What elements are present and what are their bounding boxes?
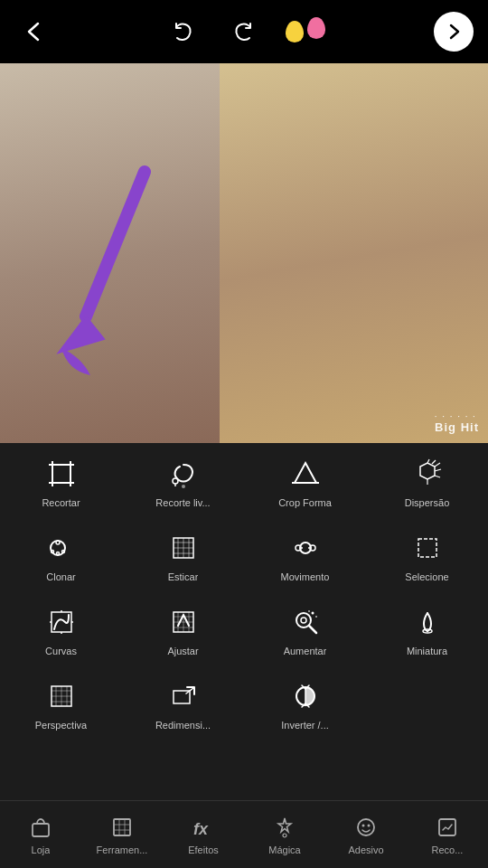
tool-perspectiva[interactable]: Perspectiva xyxy=(0,665,122,740)
tools-panel: Recortar Recorte liv... xyxy=(0,443,488,800)
tools-grid: Recortar Recorte liv... xyxy=(0,443,488,740)
svg-rect-0 xyxy=(52,465,70,483)
tool-label-curvas: Curvas xyxy=(45,646,77,656)
tool-miniatura[interactable]: Miniatura xyxy=(366,591,488,665)
curves-icon xyxy=(43,604,80,640)
tool-curvas[interactable]: Curvas xyxy=(0,591,122,665)
image-area: · · · · · · Big Hit xyxy=(0,63,488,452)
svg-line-18 xyxy=(435,476,440,477)
tool-label-recorte-livre: Recorte liv... xyxy=(155,497,210,508)
svg-point-81 xyxy=(368,825,371,827)
select-icon xyxy=(409,530,446,566)
fx-icon: fx xyxy=(190,814,217,841)
tool-crop-forma[interactable]: Crop Forma xyxy=(244,443,366,517)
nav-loja[interactable]: Loja xyxy=(0,808,81,861)
tool-label-recortar: Recortar xyxy=(42,497,80,508)
nav-ferramentas[interactable]: Ferramen... xyxy=(81,808,163,861)
perspective-icon xyxy=(43,678,80,714)
tool-label-inverter: Inverter /... xyxy=(281,720,329,731)
tool-label-esticar: Esticar xyxy=(168,571,199,582)
stretch-icon xyxy=(165,530,202,566)
sticker-icon xyxy=(352,814,380,841)
svg-point-57 xyxy=(308,610,310,612)
tool-label-aumentar: Aumentar xyxy=(284,646,327,656)
svg-point-9 xyxy=(173,478,178,484)
adjust-icon xyxy=(165,604,202,640)
nav-label-magica: Mágica xyxy=(268,844,300,855)
svg-point-78 xyxy=(283,834,286,837)
undo-button[interactable] xyxy=(163,12,202,52)
svg-line-17 xyxy=(435,469,441,471)
bag-icon xyxy=(27,814,54,841)
svg-point-23 xyxy=(56,541,60,544)
tool-redimensionar[interactable]: Redimensi... xyxy=(122,665,244,740)
tool-inverter[interactable]: Inverter /... xyxy=(244,665,366,740)
nav-recon[interactable]: Reco... xyxy=(407,808,488,861)
bottom-nav: Loja Ferramen... fx Efeitos xyxy=(0,800,488,868)
svg-rect-70 xyxy=(33,824,49,836)
nav-label-ferramentas: Ferramen... xyxy=(97,844,148,855)
svg-point-25 xyxy=(56,552,59,555)
balloon-pink xyxy=(307,17,325,39)
clone-icon xyxy=(43,530,80,566)
next-button[interactable] xyxy=(434,12,474,52)
top-bar xyxy=(0,0,488,63)
tool-aumentar[interactable]: Aumentar xyxy=(244,591,366,665)
balloon-icon xyxy=(286,21,325,42)
crop-icon xyxy=(43,456,80,492)
tool-label-crop-forma: Crop Forma xyxy=(278,497,332,508)
redo-button[interactable] xyxy=(224,12,264,52)
tool-label-ajustar: Ajustar xyxy=(167,646,198,656)
tool-label-clonar: Clonar xyxy=(46,571,75,582)
svg-line-53 xyxy=(309,626,316,633)
balloon-yellow xyxy=(286,21,304,42)
svg-line-19 xyxy=(427,459,429,463)
svg-rect-71 xyxy=(114,819,130,835)
tool-label-perspectiva: Perspectiva xyxy=(35,720,87,731)
svg-rect-39 xyxy=(418,539,436,557)
svg-point-79 xyxy=(358,819,374,835)
tool-clonar[interactable]: Clonar xyxy=(0,517,122,591)
magic-icon xyxy=(271,814,298,841)
tool-label-dispersao: Dispersão xyxy=(405,497,450,508)
tool-label-selecione: Selecione xyxy=(405,571,448,582)
nav-efeitos[interactable]: fx Efeitos xyxy=(163,808,244,861)
svg-line-16 xyxy=(435,463,440,467)
top-bar-center xyxy=(163,12,325,52)
svg-point-55 xyxy=(311,612,314,615)
svg-rect-82 xyxy=(439,819,455,835)
tools-icon xyxy=(108,814,136,841)
nav-label-efeitos: Efeitos xyxy=(188,844,219,855)
thumbnail-icon xyxy=(409,604,446,640)
nav-label-loja: Loja xyxy=(32,844,51,855)
tool-esticar[interactable]: Esticar xyxy=(122,517,244,591)
zoom-icon xyxy=(287,604,324,640)
tool-recortar[interactable]: Recortar xyxy=(0,443,122,517)
tool-ajustar[interactable]: Ajustar xyxy=(122,591,244,665)
tool-recorte-livre[interactable]: Recorte liv... xyxy=(122,443,244,517)
resize-icon xyxy=(165,678,202,714)
svg-marker-77 xyxy=(278,818,291,832)
person-right xyxy=(220,63,488,452)
svg-line-20 xyxy=(432,460,436,464)
crop-shape-icon xyxy=(287,456,324,492)
svg-point-11 xyxy=(182,485,185,488)
svg-point-80 xyxy=(362,825,365,827)
tool-dispersao[interactable]: Dispersão xyxy=(366,443,488,517)
nav-label-adesivo: Adesivo xyxy=(348,844,383,855)
nav-adesivo[interactable]: Adesivo xyxy=(325,808,407,861)
invert-icon xyxy=(287,678,324,714)
tool-movimento[interactable]: Movimento xyxy=(244,517,366,591)
nav-magica[interactable]: Mágica xyxy=(244,808,325,861)
recon-icon xyxy=(434,814,461,841)
tool-label-miniatura: Miniatura xyxy=(407,646,447,656)
watermark: · · · · · · Big Hit xyxy=(435,412,479,434)
svg-point-54 xyxy=(301,618,306,623)
svg-text:fx: fx xyxy=(193,820,209,838)
svg-point-56 xyxy=(315,616,317,618)
back-button[interactable] xyxy=(14,12,54,52)
tool-selecione[interactable]: Selecione xyxy=(366,517,488,591)
tool-label-movimento: Movimento xyxy=(281,571,330,582)
tool-label-redimensionar: Redimensi... xyxy=(155,720,211,731)
svg-marker-15 xyxy=(420,463,435,479)
